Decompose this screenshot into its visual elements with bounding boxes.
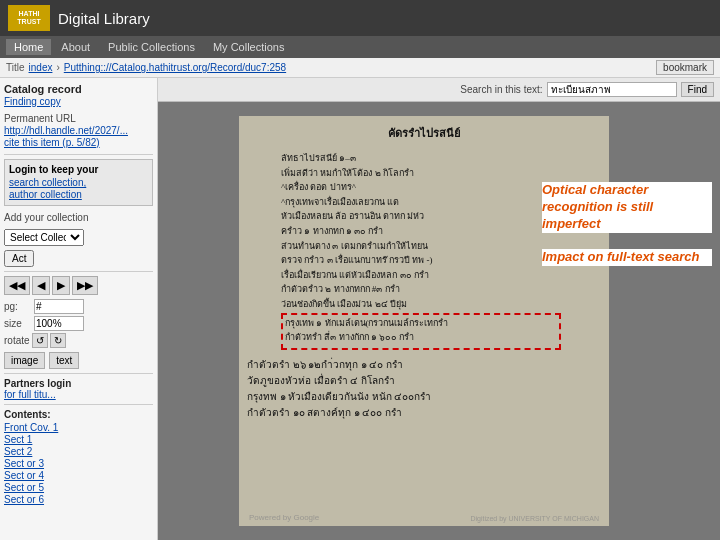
book-area: คัดรรำไปรสนีย์ ลัทธาไปรสนีย์ ๑–๓ เพิ่มสด… <box>158 102 720 540</box>
search-label: Search in this text: <box>460 84 542 95</box>
toggle-row: image text <box>4 352 153 369</box>
breadcrumb: Title index › Putthing:://Catalog.hathit… <box>0 58 720 78</box>
thai-line-7: ตรวจ กรำว ๓ เรื่อแนกบาทร๊ กรวปี ทพ -) <box>281 254 561 267</box>
logo-text2: TRUST <box>17 18 40 26</box>
bottom-line-3: กำตัวตรำ ๑๐ สตางค์ทุก ๑ ๔๐๐ กรำ <box>247 406 601 420</box>
search-input[interactable] <box>547 82 677 97</box>
act-button[interactable]: Act <box>4 250 34 267</box>
login-sub1[interactable]: search collection, <box>9 177 148 188</box>
page-input-row: pg: <box>4 299 153 314</box>
size-label: size <box>4 318 32 329</box>
thai-line-10: ว่อนช่องกิดขึ้น เมืองม่วน ๒๔ ปียุ่ม <box>281 298 561 311</box>
nav-first[interactable]: ◀◀ <box>4 276 30 295</box>
page-label: pg: <box>4 301 32 312</box>
main-layout: Catalog record Finding copy Permanent UR… <box>0 78 720 540</box>
sidebar: Catalog record Finding copy Permanent UR… <box>0 78 158 540</box>
google-watermark: Powered by Google <box>249 513 319 522</box>
content-area: Search in this text: Find คัดรรำไปรสนีย์… <box>158 78 720 540</box>
annotation-box-2: Impact on full-text search <box>542 249 712 266</box>
contents-item-0[interactable]: Front Cov. 1 <box>4 422 153 433</box>
contents-section: Contents: Front Cov. 1 Sect 1 Sect 2 Sec… <box>4 409 153 505</box>
thai-line-1: เพิ่มสดีว่า หมกำให้โต้อง ๒ กิโลกรำ <box>281 167 561 180</box>
header-title: Digital Library <box>58 10 150 27</box>
partners-section: Partners login for full titu... <box>4 378 153 400</box>
annotation-box-1: Optical character recognition is still i… <box>542 182 712 233</box>
nav-home[interactable]: Home <box>6 39 51 55</box>
thai-line-0: ลัทธาไปรสนีย์ ๑–๓ <box>281 152 561 165</box>
page-title: คัดรรำไปรสนีย์ <box>247 124 601 142</box>
size-input[interactable] <box>34 316 84 331</box>
thai-page: คัดรรำไปรสนีย์ ลัทธาไปรสนีย์ ๑–๓ เพิ่มสด… <box>239 116 609 526</box>
contents-title: Contents: <box>4 409 153 420</box>
contents-item-2[interactable]: Sect 2 <box>4 446 153 457</box>
red-highlight-box: กรุงเทพ ๑ ทักเมล์เตน(กรวกนเมล์กระเทกรำ ก… <box>281 313 561 350</box>
page-input[interactable] <box>34 299 84 314</box>
divider3 <box>4 373 153 374</box>
breadcrumb-sep: › <box>56 62 59 73</box>
nav-last[interactable]: ▶▶ <box>72 276 98 295</box>
logo-text1: HATHI <box>19 10 40 18</box>
login-box: Login to keep your search collection, au… <box>4 159 153 206</box>
rotate-label: rotate <box>4 335 30 346</box>
thai-line-11: กรุงเทพ ๑ ทักเมล์เตน(กรวกนเมล์กระเทกรำ <box>285 317 557 330</box>
page-container: คัดรรำไปรสนีย์ ลัทธาไปรสนีย์ ๑–๓ เพิ่มสด… <box>239 116 639 526</box>
thai-line-12: กำตัวทรำ สี่๓ ทางกักก ๑ ๖๐๐ กรำ <box>285 331 557 344</box>
annotation-text-1: Optical character recognition is still i… <box>542 182 712 233</box>
annotation-text-2: Impact on full-text search <box>542 249 712 266</box>
divider2 <box>4 271 153 272</box>
contents-item-3[interactable]: Sect or 3 <box>4 458 153 469</box>
bottom-line-0: กำตัวตรำ ๒๖ ๑๒กำ่วกทุก ๑ ๔๐ กรำ <box>247 358 601 372</box>
annotation-panel: Optical character recognition is still i… <box>542 182 712 274</box>
permalink-label: Permanent URL <box>4 113 153 124</box>
image-toggle[interactable]: image <box>4 352 45 369</box>
divider4 <box>4 404 153 405</box>
logo: HATHI TRUST Digital Library <box>8 5 150 31</box>
nav-buttons: ◀◀ ◀ ▶ ▶▶ <box>4 276 153 295</box>
thai-line-5: ครำว ๑ ทางกทก ๑ ๓๐ กรำ <box>281 225 561 238</box>
bookmark-button[interactable]: bookmark <box>656 60 714 75</box>
contents-item-4[interactable]: Sect or 4 <box>4 470 153 481</box>
breadcrumb-path[interactable]: Putthing:://Catalog.hathitrust.org/Recor… <box>64 62 286 73</box>
catalog-link[interactable]: cite this item (p. 5/82) <box>4 137 153 148</box>
thai-line-3: ^กรุงเทพจาเรื่อเมืองเลยวกน แต <box>281 196 561 209</box>
thai-line-2: ^เครื่อง ตอต ปาทร^ <box>281 181 561 194</box>
umich-watermark: Digitized by UNIVERSITY OF MICHIGAN <box>470 515 599 522</box>
partners-link[interactable]: for full titu... <box>4 389 153 400</box>
rotate-ccw[interactable]: ↺ <box>32 333 48 348</box>
divider1 <box>4 154 153 155</box>
bottom-line-1: วัดภูของหัวห่อ เมื่อตรำ ๔ กิโลกรำ <box>247 374 601 388</box>
breadcrumb-index[interactable]: index <box>29 62 53 73</box>
navbar: Home About Public Collections My Collect… <box>0 36 720 58</box>
collection-label: Add your collection <box>4 212 153 223</box>
login-sub2[interactable]: author collection <box>9 189 148 200</box>
nav-about[interactable]: About <box>53 39 98 55</box>
text-toggle[interactable]: text <box>49 352 79 369</box>
logo-box: HATHI TRUST <box>8 5 50 31</box>
rotate-cw[interactable]: ↻ <box>50 333 66 348</box>
contents-item-6[interactable]: Sect or 6 <box>4 494 153 505</box>
thai-line-9: กำตัวตรำว ๒ ทางกทกก #๓ กรำ <box>281 283 561 296</box>
collection-section: Add your collection <box>4 212 153 223</box>
thai-line-4: หัวเมืองหลยน ล้อ อรานอิน ตาทก ม่ห่ว <box>281 210 561 223</box>
nav-my-collections[interactable]: My Collections <box>205 39 293 55</box>
header: HATHI TRUST Digital Library <box>0 0 720 36</box>
login-title: Login to keep your <box>9 164 148 175</box>
contents-item-1[interactable]: Sect 1 <box>4 434 153 445</box>
nav-prev[interactable]: ◀ <box>32 276 50 295</box>
thai-text-bottom: กำตัวตรำ ๒๖ ๑๒กำ่วกทุก ๑ ๔๐ กรำ วัดภูของ… <box>247 358 601 420</box>
selector-row: Select Collector <box>4 229 153 246</box>
collector-select[interactable]: Select Collector <box>4 229 84 246</box>
rotate-row: rotate ↺ ↻ <box>4 333 153 348</box>
catalog-record-title: Catalog record <box>4 83 82 95</box>
finding-copy-link[interactable]: Finding copy <box>4 96 153 107</box>
permalink-section: Permanent URL http://hdl.handle.net/2027… <box>4 113 153 148</box>
thai-line-8: เรื่อเมื่อเรียวกน แต่หัวเมืองหลก ๓๐ กรำ <box>281 269 561 282</box>
search-button[interactable]: Find <box>681 82 714 97</box>
nav-next[interactable]: ▶ <box>52 276 70 295</box>
contents-item-5[interactable]: Sect or 5 <box>4 482 153 493</box>
thai-line-6: ส่วนทำนตาง ๓ เตมกตรำเมกำให้ไทยน <box>281 240 561 253</box>
nav-public-collections[interactable]: Public Collections <box>100 39 203 55</box>
search-bar: Search in this text: Find <box>158 78 720 102</box>
permalink-url[interactable]: http://hdl.handle.net/2027/... <box>4 125 153 136</box>
catalog-section: Catalog record Finding copy <box>4 82 153 107</box>
